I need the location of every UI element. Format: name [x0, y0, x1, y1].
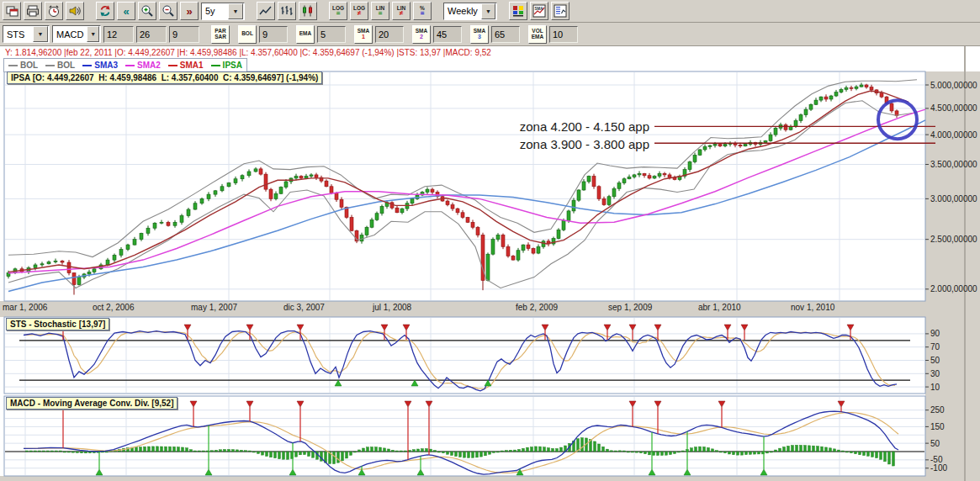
macd-tick-label: 250 [930, 405, 945, 415]
macd-histogram-bar [813, 446, 815, 452]
volema-toggle-button[interactable]: VOLEMA [528, 25, 547, 44]
period-select[interactable]: 5y▼ [201, 3, 245, 20]
macd-histogram-bar [518, 449, 521, 452]
indicator-settings-button[interactable]: SMA [530, 2, 548, 20]
candle-body [643, 173, 646, 175]
layout-icon [554, 4, 567, 18]
x-tick-label: jul 1, 2008 [372, 303, 412, 312]
macd-histogram-bar [459, 452, 462, 457]
candle-body [431, 189, 434, 192]
indicator1-select[interactable]: STS▼ [3, 25, 50, 43]
fast-forward-button[interactable]: » [180, 2, 199, 20]
macd-histogram-bar [741, 452, 744, 455]
candle-body [799, 115, 803, 121]
macd-histogram-bar [203, 451, 205, 452]
main-toolbar: «»5y▼LOG=LOG≠LIN=LIN≠%=Weekly▼SMA [0, 0, 980, 23]
sound-button[interactable] [66, 2, 84, 20]
macd-histogram-bar [506, 451, 508, 452]
candle-body [572, 200, 575, 211]
macd-param-input-1[interactable]: 26 [136, 26, 167, 43]
macd-histogram-bar [758, 452, 760, 454]
bol-input[interactable]: 9 [259, 26, 288, 43]
macd-param-input-0[interactable]: 12 [103, 26, 134, 43]
sma1-toggle-button[interactable]: SMA1 [354, 25, 373, 44]
macd-histogram-bar [804, 446, 807, 452]
sma2-toggle-button[interactable]: SMA2 [412, 25, 431, 44]
zoom-out-button[interactable] [159, 2, 177, 20]
legend-item-sma2: SMA2 [125, 61, 161, 70]
lin-notequal-button[interactable]: LIN≠ [392, 2, 411, 20]
line-chart-button[interactable] [257, 2, 275, 20]
refresh-button[interactable] [96, 2, 114, 20]
parsar-label: PARSAR [215, 29, 226, 40]
candle-body [187, 209, 190, 216]
macd-histogram-bar [640, 452, 643, 453]
macd-histogram-bar [485, 452, 487, 456]
period-select-dropdown-arrow[interactable]: ▼ [228, 3, 243, 19]
sma1-input[interactable]: 20 [375, 26, 404, 43]
ohlc-chart-button[interactable] [278, 2, 296, 20]
macd-histogram-bar [312, 452, 315, 457]
macd-histogram-bar [888, 452, 891, 464]
fast-back-button[interactable]: « [117, 2, 135, 20]
indicator1-select-dropdown-arrow[interactable]: ▼ [33, 26, 48, 42]
colors-button[interactable] [509, 2, 527, 20]
alarm-button[interactable] [45, 2, 63, 20]
macd-histogram-bar [619, 451, 622, 452]
macd-histogram-bar [724, 452, 727, 453]
candle-body [890, 103, 893, 111]
macd-param-input-2[interactable]: 9 [169, 26, 199, 43]
log-equal-button[interactable]: LOG= [329, 2, 347, 20]
macd-histogram-bar [262, 452, 264, 455]
macd-histogram-bar [224, 449, 226, 452]
line-chart-icon [259, 4, 273, 18]
sma3-toggle-button[interactable]: SMA3 [470, 25, 489, 44]
candle-body [180, 216, 183, 223]
export-chart-button[interactable] [3, 2, 21, 20]
candle-body [315, 175, 318, 177]
candlestick-chart-button[interactable] [299, 2, 317, 20]
volema-input[interactable]: 10 [549, 26, 578, 43]
macd-histogram-bar [140, 447, 142, 452]
sma3-label: SMA3 [474, 29, 485, 40]
parsar-toggle-button[interactable]: PARSAR [211, 25, 230, 44]
candle-body [380, 206, 384, 213]
percent-button[interactable]: %= [413, 2, 432, 20]
macd-histogram-bar [712, 449, 714, 452]
zoom-in-button[interactable] [138, 2, 156, 20]
candle-body [47, 262, 50, 263]
candle-body [365, 227, 368, 235]
sma2-input[interactable]: 45 [433, 26, 462, 43]
macd-histogram-bar [489, 452, 491, 454]
ema-input[interactable]: 5 [317, 26, 346, 43]
log-notequal-button[interactable]: LOG≠ [350, 2, 368, 20]
sts-tick-label: 90 [930, 329, 940, 338]
lin-equal-button[interactable]: LIN= [371, 2, 389, 20]
ema-toggle-button[interactable]: EMA [296, 25, 315, 44]
macd-histogram-bar [51, 451, 54, 452]
frequency-select[interactable]: Weekly▼ [443, 3, 497, 20]
macd-histogram-bar [623, 451, 626, 452]
candle-body [617, 183, 621, 189]
macd-histogram-bar [560, 447, 563, 452]
print-button[interactable] [24, 2, 42, 20]
candle-body [663, 173, 666, 175]
sts-plot[interactable] [4, 317, 925, 394]
macd-histogram-bar [421, 449, 424, 452]
candle-body [140, 233, 143, 239]
indicator2-select-dropdown-arrow[interactable]: ▼ [87, 26, 99, 42]
bol-toggle-button[interactable]: BOL [238, 25, 257, 44]
indicator1-select-value: STS [3, 29, 33, 40]
candle-body [375, 214, 379, 220]
macd-histogram-bar [703, 447, 706, 452]
layout-button[interactable] [551, 2, 569, 20]
candle-body [668, 175, 671, 177]
x-tick-label: oct 2, 2006 [93, 303, 135, 312]
frequency-select-dropdown-arrow[interactable]: ▼ [481, 3, 495, 19]
sma3-input[interactable]: 65 [491, 26, 520, 43]
indicator2-select[interactable]: MACD▼ [52, 25, 101, 43]
macd-histogram-bar [308, 452, 310, 457]
macd-histogram-bar [253, 452, 256, 452]
candle-body [200, 198, 204, 203]
macd-histogram-bar [871, 452, 874, 457]
